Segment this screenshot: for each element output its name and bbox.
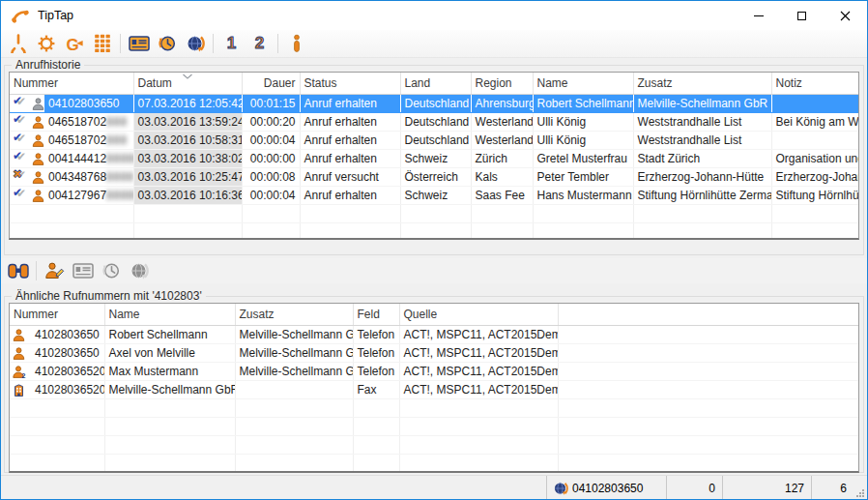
- row-icons-cell[interactable]: ✔✔: [10, 112, 44, 131]
- call-history-row[interactable]: ✔✔04651870288803.03.2016 13:59:2400:00:2…: [10, 112, 858, 131]
- col-header-feld[interactable]: Feld: [353, 304, 399, 325]
- cell-dauer[interactable]: 00:00:20: [242, 112, 300, 131]
- col-header-name[interactable]: Name: [104, 304, 235, 325]
- cell-zusatz[interactable]: Melville-Schellmann GbR: [633, 94, 771, 112]
- info-button[interactable]: [282, 32, 310, 56]
- cell-region[interactable]: Kals: [471, 167, 533, 186]
- cell-quelle[interactable]: ACT!, MSPC11, ACT2015Demo: [399, 362, 558, 380]
- row-icon-cell[interactable]: 2: [10, 362, 31, 380]
- minimize-button[interactable]: [737, 1, 780, 30]
- cell-status[interactable]: Anruf erhalten: [300, 131, 400, 149]
- similar-number-row[interactable]: 241028036520Max MustermannMelville-Schel…: [10, 362, 858, 380]
- cell-zusatz[interactable]: Weststrandhalle List: [633, 112, 771, 131]
- cell-status[interactable]: Anruf erhalten: [300, 112, 400, 131]
- col-header-zusatz[interactable]: Zusatz: [235, 304, 353, 325]
- cell-zusatz[interactable]: Weststrandhalle List: [633, 131, 771, 149]
- similar-number-row[interactable]: 4102803650Robert SchellmannMelville-Sche…: [10, 325, 858, 343]
- cell-status[interactable]: Anruf erhalten: [300, 94, 400, 112]
- cell-name[interactable]: Gretel Musterfrau: [533, 149, 633, 167]
- row-icons-cell[interactable]: ✔✔: [10, 149, 44, 167]
- cell-nummer[interactable]: 4102803650: [31, 325, 104, 343]
- call-history-button[interactable]: [153, 32, 181, 56]
- cell-notiz[interactable]: Erzherzog-Johan...: [771, 167, 858, 186]
- cell-region[interactable]: Westerland: [471, 131, 533, 149]
- cell-land[interactable]: Schweiz: [400, 186, 471, 204]
- cell-zusatz[interactable]: Erzherzog-Johann-Hütte: [633, 167, 771, 186]
- col-header-region[interactable]: Region: [471, 73, 533, 94]
- cell-notiz[interactable]: [771, 131, 858, 149]
- col-header-name[interactable]: Name: [533, 73, 633, 94]
- search-binoculars-button[interactable]: [4, 259, 32, 283]
- cell-feld[interactable]: Telefon: [353, 362, 399, 380]
- cell-name[interactable]: Hans Mustermann: [533, 186, 633, 204]
- cell-datum[interactable]: 03.03.2016 10:25:47: [133, 167, 242, 186]
- cell-status[interactable]: Anruf versucht: [300, 167, 400, 186]
- cell-datum[interactable]: 03.03.2016 10:38:02: [133, 149, 242, 167]
- cell-notiz[interactable]: Stiftung Hörnlhütt...: [771, 186, 858, 204]
- lookup-globe-button[interactable]: [181, 32, 209, 56]
- col-header-nummer[interactable]: Nummer: [10, 73, 133, 94]
- cell-region[interactable]: Westerland: [471, 112, 533, 131]
- power-button[interactable]: [4, 32, 32, 56]
- cell-region[interactable]: Saas Fee: [471, 186, 533, 204]
- call-history-row[interactable]: ✔✔04651870288803.03.2016 10:58:3100:00:0…: [10, 131, 858, 149]
- cell-name[interactable]: Max Mustermann: [104, 362, 235, 380]
- cell-nummer[interactable]: 00414441288888: [44, 149, 133, 167]
- cell-name[interactable]: Axel von Melville: [104, 343, 235, 362]
- line-2-button[interactable]: 2: [246, 32, 274, 56]
- cell-nummer[interactable]: 046518702888: [44, 112, 133, 131]
- cell-name[interactable]: Melville-Schellmann GbR: [104, 380, 235, 398]
- row-icon-cell[interactable]: [10, 325, 31, 343]
- similar-number-row[interactable]: 41028036520Melville-Schellmann GbRFaxACT…: [10, 380, 858, 398]
- cell-quelle[interactable]: ACT!, MSPC11, ACT2015Demo: [399, 325, 558, 343]
- cell-land[interactable]: Schweiz: [400, 149, 471, 167]
- cell-dauer[interactable]: 00:00:04: [242, 131, 300, 149]
- cell-notiz[interactable]: Organisation und ...: [771, 149, 858, 167]
- close-button[interactable]: [824, 1, 867, 30]
- cell-region[interactable]: Zürich: [471, 149, 533, 167]
- cell-land[interactable]: Deutschland: [400, 94, 471, 112]
- call-history-row[interactable]: ✔✖004348768888803.03.2016 10:25:4700:00:…: [10, 167, 858, 186]
- cell-name[interactable]: Peter Tembler: [533, 167, 633, 186]
- cell-dauer[interactable]: 00:01:15: [242, 94, 300, 112]
- cell-nummer[interactable]: 04102803650: [44, 94, 133, 112]
- cell-region[interactable]: Ahrensburg: [471, 94, 533, 112]
- cell-datum[interactable]: 03.03.2016 10:58:31: [133, 131, 242, 149]
- edit-contact-button[interactable]: [41, 259, 69, 283]
- row-icons-cell[interactable]: ✔✔: [10, 186, 44, 204]
- cell-feld[interactable]: Telefon: [353, 325, 399, 343]
- cell-name[interactable]: Robert Schellmann: [104, 325, 235, 343]
- row-icons-cell[interactable]: ✔✖: [10, 167, 44, 186]
- cell-dauer[interactable]: 00:00:00: [242, 149, 300, 167]
- cell-datum[interactable]: 03.03.2016 13:59:24: [133, 112, 242, 131]
- call-history-row[interactable]: ✔✔0041279678888803.03.2016 10:16:3600:00…: [10, 186, 858, 204]
- row-icons-cell[interactable]: ✔✔: [10, 94, 44, 112]
- cell-zusatz[interactable]: Melville-Schellmann GbR: [235, 343, 353, 362]
- cell-land[interactable]: Österreich: [400, 167, 471, 186]
- row-icon-cell[interactable]: [10, 380, 31, 398]
- cell-zusatz[interactable]: Melville-Schellmann GbR: [235, 325, 353, 343]
- cell-datum[interactable]: 07.03.2016 12:05:42: [133, 94, 242, 112]
- cell-nummer[interactable]: 41028036520: [31, 362, 104, 380]
- cell-nummer[interactable]: 4102803650: [31, 343, 104, 362]
- cell-nummer[interactable]: 046518702888: [44, 131, 133, 149]
- row-icons-cell[interactable]: ✔✔: [10, 131, 44, 149]
- line-1-button[interactable]: 1: [217, 32, 246, 56]
- cell-feld[interactable]: Telefon: [353, 343, 399, 362]
- cell-notiz[interactable]: [771, 94, 858, 112]
- cell-zusatz[interactable]: Stiftung Hörnlihütte Zermatt: [633, 186, 771, 204]
- cell-land[interactable]: Deutschland: [400, 131, 471, 149]
- cell-nummer[interactable]: 0043487688888: [44, 167, 133, 186]
- cell-dauer[interactable]: 00:00:04: [242, 186, 300, 204]
- cell-nummer[interactable]: 41028036520: [31, 380, 104, 398]
- cell-notiz[interactable]: Bei König am We...: [771, 112, 858, 131]
- cell-dauer[interactable]: 00:00:08: [242, 167, 300, 186]
- refresh-g-button[interactable]: G: [60, 32, 88, 56]
- cell-name[interactable]: Ulli König: [533, 131, 633, 149]
- cell-status[interactable]: Anruf erhalten: [300, 149, 400, 167]
- cell-feld[interactable]: Fax: [353, 380, 399, 398]
- cell-status[interactable]: Anruf erhalten: [300, 186, 400, 204]
- cell-nummer[interactable]: 00412796788888: [44, 186, 133, 204]
- cell-quelle[interactable]: ACT!, MSPC11, ACT2015Demo: [399, 343, 558, 362]
- call-history-row[interactable]: ✔✔0410280365007.03.2016 12:05:4200:01:15…: [10, 94, 858, 112]
